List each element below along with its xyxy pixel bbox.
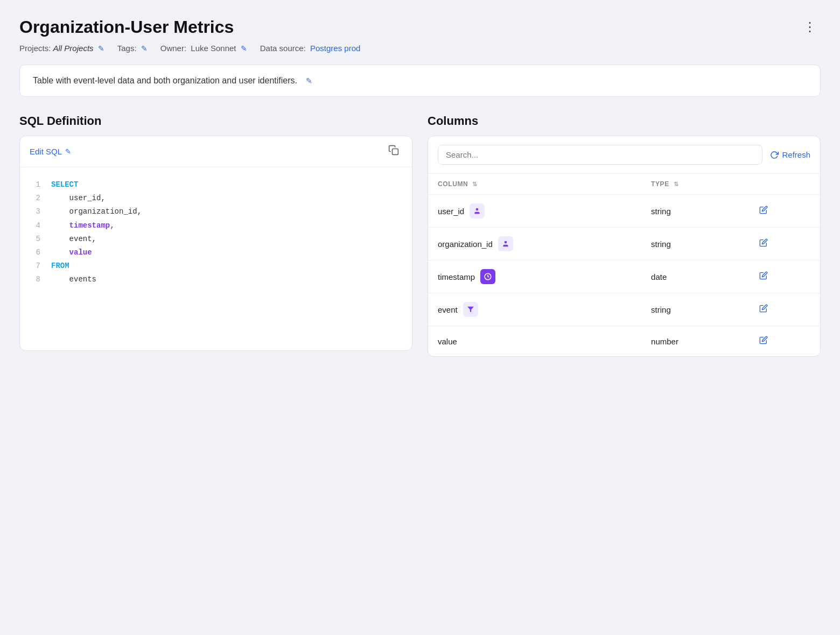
column-type: date [641,260,747,293]
edit-column-button[interactable] [757,303,770,316]
projects-edit-icon[interactable]: ✎ [98,44,104,53]
svg-marker-4 [467,307,474,313]
columns-panel: Refresh COLUMN ⇅ TYPE ⇅ [428,136,821,357]
description-box: Table with event-level data and both org… [19,65,821,97]
columns-section: Columns Refresh COLUMN ⇅ [428,114,821,357]
sql-line-3: 3 organization_id, [32,205,400,218]
page-title: Organization-User Metrics [19,17,234,37]
copy-sql-button[interactable] [385,144,402,159]
sql-panel: Edit SQL ✎ 1 SELECT 2 user_id, [19,136,412,351]
sql-line-4: 4 timestamp, [32,219,400,232]
projects-meta: Projects: All Projects ✎ [19,44,104,53]
more-options-button[interactable]: ⋮ [799,17,821,37]
edit-sql-button[interactable]: Edit SQL ✎ [30,147,71,156]
columns-toolbar: Refresh [428,136,820,174]
edit-column-button[interactable] [757,335,770,348]
column-name: event [438,305,458,314]
svg-rect-0 [393,149,398,155]
description-text: Table with event-level data and both org… [33,76,297,86]
column-name: timestamp [438,272,475,281]
tags-edit-icon[interactable]: ✎ [141,44,148,53]
page-header: Organization-User Metrics ⋮ [19,17,821,37]
edit-column-button[interactable] [757,237,770,250]
search-input[interactable] [438,145,762,165]
column-type: number [641,326,747,357]
description-edit-icon[interactable]: ✎ [306,76,312,85]
table-row: user_id string [428,195,820,228]
table-row: organization_id string [428,228,820,260]
sql-line-7: 7 FROM [32,259,400,273]
column-name: user_id [438,207,464,216]
main-grid: SQL Definition Edit SQL ✎ 1 SELECT [19,114,821,357]
columns-table-header: COLUMN ⇅ TYPE ⇅ [428,174,820,195]
table-row: value number [428,326,820,357]
columns-section-title: Columns [428,114,821,128]
table-row: event string [428,293,820,326]
user-icon [470,203,485,218]
col-sort-icon: ⇅ [472,181,478,188]
column-header-name: COLUMN ⇅ [428,174,641,195]
time-icon [480,269,495,284]
column-name: organization_id [438,239,493,249]
user-icon [498,236,513,251]
datasource-link[interactable]: Postgres prod [310,44,360,53]
svg-point-2 [504,241,507,244]
sql-line-8: 8 events [32,273,400,286]
edit-sql-icon: ✎ [65,147,71,156]
owner-edit-icon[interactable]: ✎ [241,44,247,53]
meta-row: Projects: All Projects ✎ Tags: ✎ Owner: … [19,44,821,53]
sql-panel-header: Edit SQL ✎ [20,136,412,167]
columns-table: COLUMN ⇅ TYPE ⇅ user_id [428,174,820,356]
refresh-icon [770,151,779,159]
sql-section-title: SQL Definition [19,114,412,128]
owner-meta: Owner: Luke Sonnet ✎ [160,44,247,53]
type-sort-icon: ⇅ [674,181,679,188]
table-row: timestamp date [428,260,820,293]
column-type: string [641,228,747,260]
refresh-button[interactable]: Refresh [770,150,810,159]
column-name: value [438,337,457,346]
svg-point-1 [476,208,479,211]
sql-line-5: 5 event, [32,232,400,246]
column-type: string [641,195,747,228]
filter-icon [463,302,478,317]
datasource-meta: Data source: Postgres prod [260,44,361,53]
column-header-type: TYPE ⇅ [641,174,747,195]
column-header-actions [747,174,820,195]
column-type: string [641,293,747,326]
sql-line-2: 2 user_id, [32,192,400,205]
edit-column-button[interactable] [757,270,770,283]
sql-definition-section: SQL Definition Edit SQL ✎ 1 SELECT [19,114,412,351]
tags-meta: Tags: ✎ [117,44,148,53]
sql-code: 1 SELECT 2 user_id, 3 organization_id, 4… [20,167,412,350]
sql-line-1: 1 SELECT [32,178,400,192]
sql-line-6: 6 value [32,246,400,259]
edit-column-button[interactable] [757,204,770,217]
